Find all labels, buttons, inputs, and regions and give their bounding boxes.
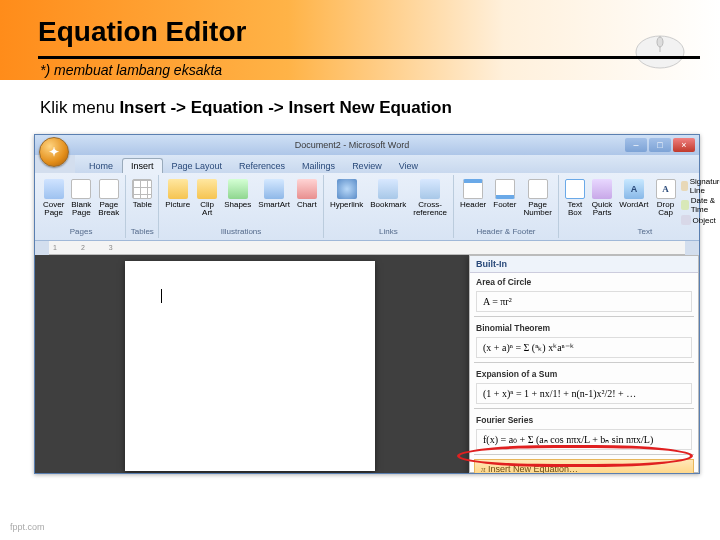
divider [474, 408, 694, 409]
hyperlink-button[interactable]: Hyperlink [328, 177, 365, 211]
group-label-headerfooter: Header & Footer [458, 226, 554, 236]
hyperlink-icon [337, 179, 357, 199]
signature-icon [681, 181, 688, 191]
slide-subtitle: *) membuat lambang eksakta [40, 62, 222, 78]
smartart-icon [264, 179, 284, 199]
blank-page-icon [71, 179, 91, 199]
bookmark-icon [378, 179, 398, 199]
signature-button[interactable]: Signature Line [681, 177, 720, 195]
instr-path: Insert -> Equation -> Insert New Equatio… [119, 98, 452, 117]
table-icon [132, 179, 152, 199]
annotation-circle [457, 445, 693, 467]
group-label-tables: Tables [130, 226, 154, 236]
equation-gallery-panel: Built-In Area of Circle A = πr² Binomial… [469, 255, 699, 473]
text-cursor [161, 289, 162, 303]
footer-brand: fppt.com [10, 522, 45, 532]
window-title: Document2 - Microsoft Word [79, 140, 625, 150]
tab-mailings[interactable]: Mailings [294, 159, 343, 173]
document-area: Built-In Area of Circle A = πr² Binomial… [35, 255, 699, 473]
crossref-button[interactable]: Cross-reference [411, 177, 449, 219]
pi-small-icon: π [481, 464, 486, 473]
datetime-button[interactable]: Date & Time [681, 196, 720, 214]
tab-review[interactable]: Review [344, 159, 390, 173]
divider [474, 316, 694, 317]
smartart-button[interactable]: SmartArt [256, 177, 292, 211]
dropcap-button[interactable]: ADrop Cap [654, 177, 678, 219]
group-label-pages: Pages [41, 226, 121, 236]
clipart-button[interactable]: Clip Art [195, 177, 219, 219]
eq-title-area: Area of Circle [470, 273, 698, 289]
table-button[interactable]: Table [130, 177, 154, 211]
wordart-icon: A [624, 179, 644, 199]
eq-area-circle[interactable]: A = πr² [476, 291, 692, 312]
eq-title-binomial: Binomial Theorem [470, 319, 698, 335]
group-text: Text Box Quick Parts AWordArt ADrop Cap … [559, 175, 720, 238]
object-button[interactable]: Object [681, 215, 720, 225]
office-button[interactable]: ✦ [39, 137, 69, 167]
datetime-icon [681, 200, 689, 210]
close-button[interactable]: × [673, 138, 695, 152]
ribbon: Cover Page Blank Page Page Break Pages T… [35, 173, 699, 241]
eq-title-expansion: Expansion of a Sum [470, 365, 698, 381]
textbox-icon [565, 179, 585, 199]
page-number-button[interactable]: Page Number [521, 177, 553, 219]
footer-icon [495, 179, 515, 199]
clipart-icon [197, 179, 217, 199]
panel-heading: Built-In [470, 256, 698, 273]
tab-home[interactable]: Home [81, 159, 121, 173]
ruler: 123 [49, 241, 685, 255]
titlebar: Document2 - Microsoft Word – □ × [35, 135, 699, 155]
header-icon [463, 179, 483, 199]
blank-page-button[interactable]: Blank Page [69, 177, 93, 219]
maximize-button[interactable]: □ [649, 138, 671, 152]
chart-icon [297, 179, 317, 199]
group-label-text: Text [563, 226, 720, 236]
divider [474, 362, 694, 363]
group-pages: Cover Page Blank Page Page Break Pages [37, 175, 126, 238]
picture-icon [168, 179, 188, 199]
slide-instruction: Klik menu Insert -> Equation -> Insert N… [40, 98, 452, 118]
group-header-footer: Header Footer Page Number Header & Foote… [454, 175, 559, 238]
group-illustrations: Picture Clip Art Shapes SmartArt Chart I… [159, 175, 324, 238]
pagenum-icon [528, 179, 548, 199]
slide-title: Equation Editor [38, 16, 246, 48]
shapes-icon [228, 179, 248, 199]
header-button[interactable]: Header [458, 177, 488, 211]
title-underline [38, 56, 700, 59]
mouse-illustration [628, 28, 692, 76]
footer-button[interactable]: Footer [491, 177, 518, 211]
instr-text: Klik menu [40, 98, 119, 117]
ribbon-tabs: Home Insert Page Layout References Maili… [75, 155, 699, 173]
group-tables: Table Tables [126, 175, 159, 238]
dropcap-icon: A [656, 179, 676, 199]
cover-page-button[interactable]: Cover Page [41, 177, 66, 219]
chart-button[interactable]: Chart [295, 177, 319, 211]
group-label-links: Links [328, 226, 449, 236]
quickparts-icon [592, 179, 612, 199]
tab-view[interactable]: View [391, 159, 426, 173]
tab-insert[interactable]: Insert [122, 158, 163, 173]
document-page[interactable] [125, 261, 375, 471]
picture-button[interactable]: Picture [163, 177, 192, 211]
quickparts-button[interactable]: Quick Parts [590, 177, 614, 219]
crossref-icon [420, 179, 440, 199]
tab-page-layout[interactable]: Page Layout [164, 159, 231, 173]
cover-page-icon [44, 179, 64, 199]
tab-references[interactable]: References [231, 159, 293, 173]
word-app-window: ✦ Document2 - Microsoft Word – □ × Home … [34, 134, 700, 474]
eq-title-fourier: Fourier Series [470, 411, 698, 427]
shapes-button[interactable]: Shapes [222, 177, 253, 211]
object-icon [681, 215, 691, 225]
textbox-button[interactable]: Text Box [563, 177, 587, 219]
svg-point-1 [657, 37, 663, 47]
eq-expansion[interactable]: (1 + x)ⁿ = 1 + nx/1! + n(n-1)x²/2! + … [476, 383, 692, 404]
eq-binomial[interactable]: (x + a)ⁿ = Σ (ⁿₖ) xᵏaⁿ⁻ᵏ [476, 337, 692, 358]
group-links: Hyperlink Bookmark Cross-reference Links [324, 175, 454, 238]
wordart-button[interactable]: AWordArt [617, 177, 650, 211]
bookmark-button[interactable]: Bookmark [368, 177, 408, 211]
page-break-button[interactable]: Page Break [96, 177, 121, 219]
group-label-illustrations: Illustrations [163, 226, 319, 236]
page-break-icon [99, 179, 119, 199]
minimize-button[interactable]: – [625, 138, 647, 152]
